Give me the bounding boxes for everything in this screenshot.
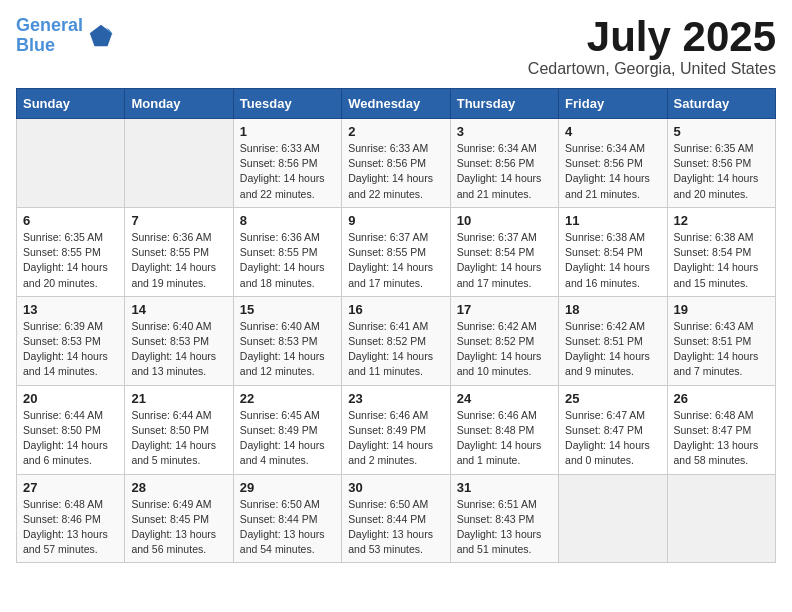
calendar-cell: 19Sunrise: 6:43 AM Sunset: 8:51 PM Dayli… bbox=[667, 296, 775, 385]
day-info: Sunrise: 6:33 AM Sunset: 8:56 PM Dayligh… bbox=[240, 141, 335, 202]
calendar-cell bbox=[559, 474, 667, 563]
day-of-week-header: Saturday bbox=[667, 89, 775, 119]
calendar-cell: 22Sunrise: 6:45 AM Sunset: 8:49 PM Dayli… bbox=[233, 385, 341, 474]
calendar-cell: 14Sunrise: 6:40 AM Sunset: 8:53 PM Dayli… bbox=[125, 296, 233, 385]
day-number: 4 bbox=[565, 124, 660, 139]
calendar-cell: 4Sunrise: 6:34 AM Sunset: 8:56 PM Daylig… bbox=[559, 119, 667, 208]
day-number: 1 bbox=[240, 124, 335, 139]
day-number: 6 bbox=[23, 213, 118, 228]
calendar-cell: 20Sunrise: 6:44 AM Sunset: 8:50 PM Dayli… bbox=[17, 385, 125, 474]
day-number: 5 bbox=[674, 124, 769, 139]
calendar-table: SundayMondayTuesdayWednesdayThursdayFrid… bbox=[16, 88, 776, 563]
calendar-cell: 28Sunrise: 6:49 AM Sunset: 8:45 PM Dayli… bbox=[125, 474, 233, 563]
calendar-week-row: 20Sunrise: 6:44 AM Sunset: 8:50 PM Dayli… bbox=[17, 385, 776, 474]
day-number: 18 bbox=[565, 302, 660, 317]
calendar-cell: 13Sunrise: 6:39 AM Sunset: 8:53 PM Dayli… bbox=[17, 296, 125, 385]
calendar-cell: 24Sunrise: 6:46 AM Sunset: 8:48 PM Dayli… bbox=[450, 385, 558, 474]
calendar-cell: 26Sunrise: 6:48 AM Sunset: 8:47 PM Dayli… bbox=[667, 385, 775, 474]
day-of-week-header: Monday bbox=[125, 89, 233, 119]
calendar-week-row: 1Sunrise: 6:33 AM Sunset: 8:56 PM Daylig… bbox=[17, 119, 776, 208]
day-number: 13 bbox=[23, 302, 118, 317]
calendar-cell: 1Sunrise: 6:33 AM Sunset: 8:56 PM Daylig… bbox=[233, 119, 341, 208]
calendar-cell: 2Sunrise: 6:33 AM Sunset: 8:56 PM Daylig… bbox=[342, 119, 450, 208]
day-number: 19 bbox=[674, 302, 769, 317]
day-number: 16 bbox=[348, 302, 443, 317]
calendar-cell: 5Sunrise: 6:35 AM Sunset: 8:56 PM Daylig… bbox=[667, 119, 775, 208]
day-number: 29 bbox=[240, 480, 335, 495]
day-number: 21 bbox=[131, 391, 226, 406]
calendar-cell: 3Sunrise: 6:34 AM Sunset: 8:56 PM Daylig… bbox=[450, 119, 558, 208]
day-info: Sunrise: 6:36 AM Sunset: 8:55 PM Dayligh… bbox=[131, 230, 226, 291]
day-number: 12 bbox=[674, 213, 769, 228]
calendar-cell: 18Sunrise: 6:42 AM Sunset: 8:51 PM Dayli… bbox=[559, 296, 667, 385]
calendar-cell: 6Sunrise: 6:35 AM Sunset: 8:55 PM Daylig… bbox=[17, 207, 125, 296]
calendar-cell: 30Sunrise: 6:50 AM Sunset: 8:44 PM Dayli… bbox=[342, 474, 450, 563]
calendar-cell bbox=[667, 474, 775, 563]
day-of-week-header: Thursday bbox=[450, 89, 558, 119]
day-info: Sunrise: 6:38 AM Sunset: 8:54 PM Dayligh… bbox=[674, 230, 769, 291]
day-info: Sunrise: 6:36 AM Sunset: 8:55 PM Dayligh… bbox=[240, 230, 335, 291]
logo-icon bbox=[87, 22, 115, 50]
day-number: 28 bbox=[131, 480, 226, 495]
calendar-week-row: 27Sunrise: 6:48 AM Sunset: 8:46 PM Dayli… bbox=[17, 474, 776, 563]
day-of-week-header: Sunday bbox=[17, 89, 125, 119]
calendar-cell: 25Sunrise: 6:47 AM Sunset: 8:47 PM Dayli… bbox=[559, 385, 667, 474]
calendar-week-row: 13Sunrise: 6:39 AM Sunset: 8:53 PM Dayli… bbox=[17, 296, 776, 385]
day-of-week-header: Friday bbox=[559, 89, 667, 119]
day-info: Sunrise: 6:38 AM Sunset: 8:54 PM Dayligh… bbox=[565, 230, 660, 291]
calendar-cell: 12Sunrise: 6:38 AM Sunset: 8:54 PM Dayli… bbox=[667, 207, 775, 296]
day-number: 31 bbox=[457, 480, 552, 495]
day-info: Sunrise: 6:50 AM Sunset: 8:44 PM Dayligh… bbox=[348, 497, 443, 558]
day-info: Sunrise: 6:44 AM Sunset: 8:50 PM Dayligh… bbox=[23, 408, 118, 469]
day-info: Sunrise: 6:51 AM Sunset: 8:43 PM Dayligh… bbox=[457, 497, 552, 558]
calendar-cell: 15Sunrise: 6:40 AM Sunset: 8:53 PM Dayli… bbox=[233, 296, 341, 385]
day-info: Sunrise: 6:46 AM Sunset: 8:49 PM Dayligh… bbox=[348, 408, 443, 469]
day-number: 8 bbox=[240, 213, 335, 228]
day-info: Sunrise: 6:39 AM Sunset: 8:53 PM Dayligh… bbox=[23, 319, 118, 380]
day-number: 11 bbox=[565, 213, 660, 228]
svg-marker-0 bbox=[90, 25, 112, 46]
day-number: 20 bbox=[23, 391, 118, 406]
day-number: 14 bbox=[131, 302, 226, 317]
logo-text: GeneralBlue bbox=[16, 16, 83, 56]
calendar-cell: 17Sunrise: 6:42 AM Sunset: 8:52 PM Dayli… bbox=[450, 296, 558, 385]
day-of-week-header: Wednesday bbox=[342, 89, 450, 119]
day-info: Sunrise: 6:46 AM Sunset: 8:48 PM Dayligh… bbox=[457, 408, 552, 469]
day-number: 3 bbox=[457, 124, 552, 139]
day-info: Sunrise: 6:35 AM Sunset: 8:56 PM Dayligh… bbox=[674, 141, 769, 202]
day-number: 22 bbox=[240, 391, 335, 406]
calendar-cell bbox=[125, 119, 233, 208]
day-number: 23 bbox=[348, 391, 443, 406]
day-info: Sunrise: 6:37 AM Sunset: 8:54 PM Dayligh… bbox=[457, 230, 552, 291]
day-number: 17 bbox=[457, 302, 552, 317]
calendar-cell: 16Sunrise: 6:41 AM Sunset: 8:52 PM Dayli… bbox=[342, 296, 450, 385]
day-info: Sunrise: 6:40 AM Sunset: 8:53 PM Dayligh… bbox=[131, 319, 226, 380]
month-title: July 2025 bbox=[528, 16, 776, 58]
logo: GeneralBlue bbox=[16, 16, 115, 56]
day-number: 26 bbox=[674, 391, 769, 406]
calendar-cell: 8Sunrise: 6:36 AM Sunset: 8:55 PM Daylig… bbox=[233, 207, 341, 296]
calendar-cell bbox=[17, 119, 125, 208]
location: Cedartown, Georgia, United States bbox=[528, 60, 776, 78]
calendar-cell: 9Sunrise: 6:37 AM Sunset: 8:55 PM Daylig… bbox=[342, 207, 450, 296]
day-info: Sunrise: 6:49 AM Sunset: 8:45 PM Dayligh… bbox=[131, 497, 226, 558]
calendar-cell: 23Sunrise: 6:46 AM Sunset: 8:49 PM Dayli… bbox=[342, 385, 450, 474]
page-header: GeneralBlue July 2025 Cedartown, Georgia… bbox=[16, 16, 776, 78]
day-info: Sunrise: 6:35 AM Sunset: 8:55 PM Dayligh… bbox=[23, 230, 118, 291]
day-info: Sunrise: 6:50 AM Sunset: 8:44 PM Dayligh… bbox=[240, 497, 335, 558]
day-info: Sunrise: 6:37 AM Sunset: 8:55 PM Dayligh… bbox=[348, 230, 443, 291]
day-info: Sunrise: 6:45 AM Sunset: 8:49 PM Dayligh… bbox=[240, 408, 335, 469]
day-number: 25 bbox=[565, 391, 660, 406]
calendar-cell: 11Sunrise: 6:38 AM Sunset: 8:54 PM Dayli… bbox=[559, 207, 667, 296]
day-of-week-header: Tuesday bbox=[233, 89, 341, 119]
day-number: 27 bbox=[23, 480, 118, 495]
day-info: Sunrise: 6:48 AM Sunset: 8:46 PM Dayligh… bbox=[23, 497, 118, 558]
day-info: Sunrise: 6:34 AM Sunset: 8:56 PM Dayligh… bbox=[565, 141, 660, 202]
day-info: Sunrise: 6:42 AM Sunset: 8:51 PM Dayligh… bbox=[565, 319, 660, 380]
day-number: 2 bbox=[348, 124, 443, 139]
day-number: 10 bbox=[457, 213, 552, 228]
day-number: 9 bbox=[348, 213, 443, 228]
calendar-cell: 10Sunrise: 6:37 AM Sunset: 8:54 PM Dayli… bbox=[450, 207, 558, 296]
calendar-header-row: SundayMondayTuesdayWednesdayThursdayFrid… bbox=[17, 89, 776, 119]
day-number: 30 bbox=[348, 480, 443, 495]
